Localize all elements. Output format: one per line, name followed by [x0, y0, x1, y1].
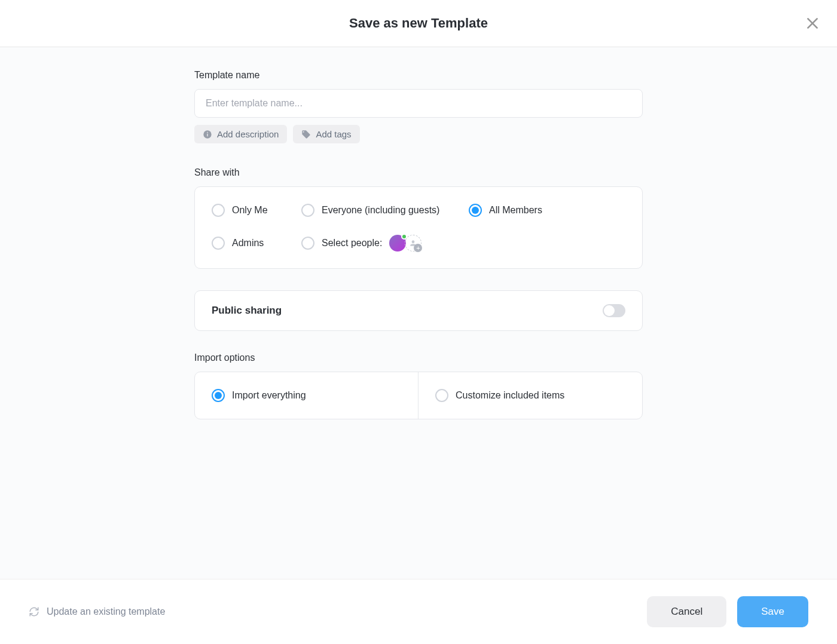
save-button[interactable]: Save: [737, 596, 808, 627]
share-with-label: Share with: [194, 167, 643, 178]
radio-only-me[interactable]: Only Me: [212, 204, 301, 217]
radio-label-customize: Customize included items: [456, 390, 564, 401]
radio-icon: [435, 389, 448, 402]
modal-body: Template name Add description Add ta: [0, 47, 837, 579]
refresh-icon: [29, 606, 39, 617]
radio-import-everything[interactable]: Import everything: [195, 372, 418, 419]
add-tags-button[interactable]: Add tags: [293, 125, 359, 143]
radio-label-select-people: Select people:: [322, 238, 382, 249]
import-options-card: Import everything Customize included ite…: [194, 372, 643, 419]
save-template-modal: Save as new Template Template name: [0, 0, 837, 644]
add-description-button[interactable]: Add description: [194, 125, 287, 143]
svg-rect-3: [207, 133, 207, 136]
add-tags-label: Add tags: [316, 129, 351, 139]
tag-icon: [301, 130, 311, 139]
radio-icon: [212, 389, 225, 402]
close-icon: [805, 16, 820, 31]
import-options-label: Import options: [194, 352, 643, 363]
template-name-label: Template name: [194, 70, 643, 81]
radio-icon: [212, 204, 225, 217]
radio-label-only-me: Only Me: [232, 205, 268, 216]
update-existing-template-link[interactable]: Update an existing template: [29, 606, 165, 617]
avatar-group: +: [389, 235, 421, 252]
radio-label-import-everything: Import everything: [232, 390, 306, 401]
radio-customize-items[interactable]: Customize included items: [418, 372, 642, 419]
info-icon: [203, 130, 212, 139]
public-sharing-label: Public sharing: [212, 305, 282, 317]
share-with-card: Only Me Everyone (including guests) All …: [194, 186, 643, 269]
update-existing-label: Update an existing template: [47, 606, 165, 617]
modal-title: Save as new Template: [349, 16, 488, 31]
radio-label-everyone: Everyone (including guests): [322, 205, 439, 216]
modal-footer: Update an existing template Cancel Save: [0, 579, 837, 644]
radio-label-admins: Admins: [232, 238, 264, 249]
radio-label-all-members: All Members: [489, 205, 542, 216]
radio-icon: [469, 204, 482, 217]
radio-everyone[interactable]: Everyone (including guests): [301, 204, 469, 217]
radio-all-members[interactable]: All Members: [469, 204, 625, 217]
cancel-button[interactable]: Cancel: [647, 596, 726, 627]
public-sharing-toggle[interactable]: [603, 304, 625, 317]
radio-admins[interactable]: Admins: [212, 237, 301, 250]
plus-icon: +: [414, 244, 422, 252]
radio-select-people[interactable]: Select people:: [301, 237, 382, 250]
avatar[interactable]: [389, 235, 406, 252]
radio-select-people-group: Select people: +: [301, 235, 469, 252]
add-people-button[interactable]: +: [405, 235, 421, 252]
add-description-label: Add description: [217, 129, 279, 139]
modal-header: Save as new Template: [0, 0, 837, 47]
footer-buttons: Cancel Save: [647, 596, 808, 627]
radio-icon: [301, 237, 314, 250]
radio-icon: [212, 237, 225, 250]
chip-row: Add description Add tags: [194, 125, 643, 143]
template-name-input[interactable]: [194, 89, 643, 118]
svg-point-4: [207, 131, 208, 133]
public-sharing-card: Public sharing: [194, 290, 643, 331]
close-button[interactable]: [805, 16, 820, 31]
radio-icon: [301, 204, 314, 217]
